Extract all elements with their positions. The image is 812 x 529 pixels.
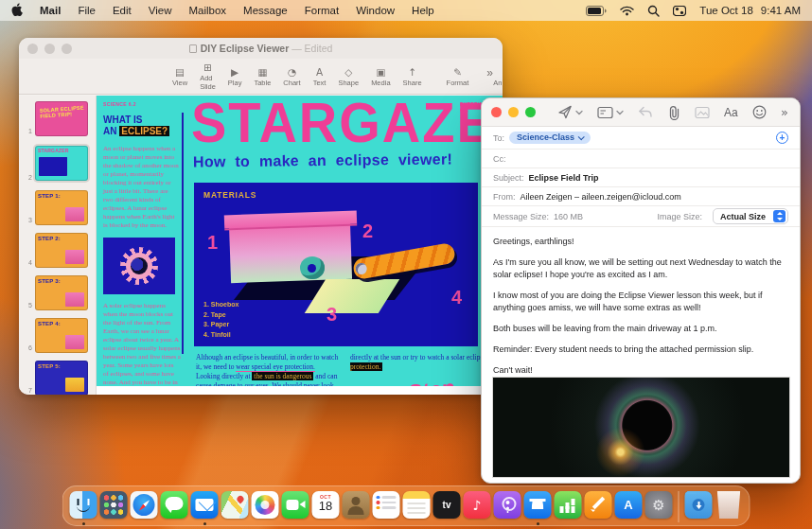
toolbar-add-slide-button[interactable]: ⊞Add Slide xyxy=(200,62,216,91)
table-icon: ▦ xyxy=(257,66,267,79)
format-button[interactable]: Aa xyxy=(724,106,738,119)
dock-calendar[interactable]: OCT18 xyxy=(312,491,340,526)
numbers-icon xyxy=(555,491,582,519)
toolbar-text-button[interactable]: AText xyxy=(313,66,327,87)
toolbar-format-button[interactable]: ✎Format xyxy=(447,66,469,87)
sun-icon xyxy=(120,247,158,285)
toolbar-table-button[interactable]: ▦Table xyxy=(254,66,271,87)
toolbar-share-button[interactable]: ↑Share xyxy=(403,66,422,87)
slide-thumbnail-1[interactable]: SOLAR ECLIPSE FIELD TRIP! xyxy=(35,101,88,136)
dock-trash[interactable] xyxy=(715,491,743,526)
send-button[interactable] xyxy=(557,105,583,119)
to-field[interactable]: To: Science-Class + xyxy=(482,127,800,150)
menu-item-view[interactable]: View xyxy=(149,5,172,16)
dock-separator xyxy=(679,491,680,522)
dock-finder[interactable] xyxy=(70,491,97,526)
cc-field[interactable]: Cc: xyxy=(482,150,800,168)
message-size-value: 160 MB xyxy=(554,212,583,221)
dock-music[interactable]: ♪ xyxy=(464,491,491,526)
shape-icon: ◇ xyxy=(344,66,352,79)
menu-item-file[interactable]: File xyxy=(78,5,96,16)
apple-menu-icon[interactable] xyxy=(11,3,23,18)
battery-icon[interactable] xyxy=(586,6,607,16)
slide-thumbnail-7[interactable]: STEP 5: xyxy=(35,361,88,395)
dock-mail[interactable] xyxy=(191,491,219,526)
from-field[interactable]: From: Aileen Zeigen – aileen.zeigen@iclo… xyxy=(482,187,800,206)
dock-app-store[interactable]: A xyxy=(615,491,643,526)
slide-stargazers[interactable]: SCIENCE 6.2 EXPERIMENT #11 WHAT IS AN EC… xyxy=(97,96,503,386)
minimize-button[interactable] xyxy=(508,107,519,117)
slide-thumbnail-2[interactable]: STARGAZER xyxy=(35,146,88,181)
dock-safari[interactable] xyxy=(131,491,158,526)
attach-button[interactable] xyxy=(668,105,680,120)
dock-photos[interactable] xyxy=(252,491,279,526)
subject-field[interactable]: Subject: Eclipse Field Trip xyxy=(482,168,800,187)
size-row: Message Size: 160 MB Image Size: Actual … xyxy=(482,206,800,227)
close-button[interactable] xyxy=(491,107,502,117)
dock-launchpad[interactable] xyxy=(100,491,128,526)
dock-messages[interactable] xyxy=(161,491,188,526)
menu-item-window[interactable]: Window xyxy=(356,5,395,16)
menu-item-edit[interactable]: Edit xyxy=(113,5,132,16)
dock-pages[interactable] xyxy=(585,491,612,526)
search-icon[interactable] xyxy=(647,5,660,17)
emoji-button[interactable] xyxy=(752,105,767,119)
toolbar-shape-button[interactable]: ◇Shape xyxy=(338,66,359,87)
slide-thumbnail-6[interactable]: STEP 4: xyxy=(35,318,88,353)
menu-item-message[interactable]: Message xyxy=(243,5,288,16)
desktop: Mail File Edit View Mailbox Message Form… xyxy=(0,0,812,529)
reminders-icon xyxy=(373,491,400,519)
wifi-icon[interactable] xyxy=(620,6,634,16)
slide-thumbnail-4[interactable]: STEP 2: xyxy=(35,233,88,268)
keynote-titlebar[interactable]: DIY Eclipse Viewer — Edited xyxy=(19,38,503,59)
slide-thumbnail-3[interactable]: STEP 1: xyxy=(35,190,88,225)
dock-podcasts[interactable] xyxy=(494,491,521,526)
photo-icon xyxy=(695,106,710,119)
menu-item-mailbox[interactable]: Mailbox xyxy=(188,5,226,16)
calendar-icon: OCT18 xyxy=(312,491,340,519)
contacts-icon xyxy=(343,491,370,519)
header-fields-button[interactable] xyxy=(597,106,624,119)
reply-button[interactable] xyxy=(638,106,653,118)
dock-keynote[interactable] xyxy=(524,491,552,526)
add-recipient-button[interactable]: + xyxy=(776,132,788,144)
dock-downloads[interactable] xyxy=(685,491,713,526)
zoom-button[interactable] xyxy=(525,107,536,117)
control-center-icon[interactable] xyxy=(673,6,686,16)
materials-panel: MATERIALS 1 2 3 4 1. Shoebox 2. T xyxy=(194,183,478,346)
toolbar-chart-button[interactable]: ◔Chart xyxy=(283,66,300,87)
dock-numbers[interactable] xyxy=(555,491,582,526)
send-icon xyxy=(557,105,573,119)
keynote-window: DIY Eclipse Viewer — Edited ▤View ⊞Add S… xyxy=(19,38,503,395)
slide-thumbnail-5[interactable]: STEP 3: xyxy=(35,275,88,310)
trash-icon xyxy=(715,491,743,519)
keynote-toolbar: ▤View ⊞Add Slide ▶Play ▦Table ◔Chart ATe… xyxy=(19,59,503,95)
dock-reminders[interactable] xyxy=(373,491,400,526)
safari-icon xyxy=(131,491,158,519)
toolbar-play-button[interactable]: ▶Play xyxy=(228,66,242,87)
dock-maps[interactable] xyxy=(221,491,249,526)
dock-facetime[interactable] xyxy=(282,491,309,526)
format-icon: ✎ xyxy=(453,66,462,79)
slide-subtitle: How to make an eclipse viewer! xyxy=(193,151,452,171)
menu-clock[interactable]: Tue Oct 18 9:41 AM xyxy=(699,5,801,16)
menu-item-format[interactable]: Format xyxy=(305,5,339,16)
dock-tv[interactable]: tv xyxy=(433,491,461,526)
running-indicator xyxy=(82,522,85,525)
recipient-token[interactable]: Science-Class xyxy=(509,132,591,145)
toolbar-overflow-button[interactable]: » xyxy=(781,105,788,119)
toolbar-overflow-button[interactable]: » xyxy=(486,66,493,79)
insert-photo-button[interactable] xyxy=(695,106,710,119)
toolbar-view-button[interactable]: ▤View xyxy=(172,66,187,87)
menu-app-name[interactable]: Mail xyxy=(40,5,61,16)
image-size-select[interactable]: Actual Size xyxy=(713,208,788,224)
dock-settings[interactable]: ⚙ xyxy=(645,491,673,526)
dock-contacts[interactable] xyxy=(343,491,370,526)
eclipse-attachment-image[interactable] xyxy=(492,377,790,478)
toolbar-media-button[interactable]: ▣Media xyxy=(371,66,390,87)
reply-icon xyxy=(638,106,653,118)
toolbar-animate-button[interactable]: ◈Animate xyxy=(493,66,503,87)
mail-toolbar[interactable]: Aa » xyxy=(482,98,800,127)
menu-item-help[interactable]: Help xyxy=(412,5,434,16)
dock-notes[interactable] xyxy=(403,491,431,526)
